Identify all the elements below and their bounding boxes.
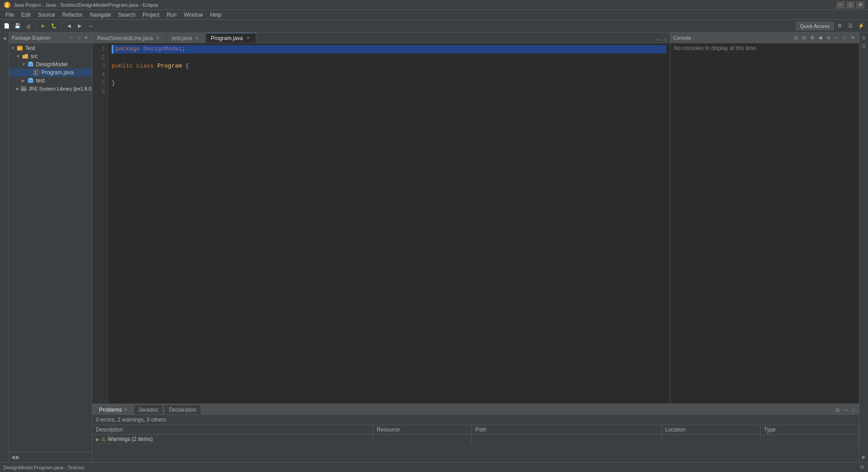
minimize-button[interactable]: ─ [836,1,845,9]
console-title: Console [673,35,691,41]
save-button[interactable]: 💾 [13,21,23,31]
tab-close-readselectedline[interactable]: ✕ [154,35,161,41]
toolbar-icon-1[interactable]: ⚙ [835,21,845,31]
tab-readselectedline[interactable]: ReadSelectedLine.java ✕ [92,33,166,43]
code-content[interactable]: package DesignModel; public class Progra… [108,43,670,404]
title-text: Java Project - Java - Test/src/DesignMod… [14,2,158,8]
content-area: ◀ Package Explorer ─ □ ✕ ▼ T Test [0,32,868,462]
package-explorer-tree: ▼ T Test ▼ src ▼ [9,43,92,452]
prob-type-warnings [760,435,859,444]
kw-public: public [112,62,136,70]
menu-search[interactable]: Search [115,11,139,19]
prob-resource-warnings [373,435,472,444]
editor-maximize-btn[interactable]: □ [662,36,668,43]
menu-run[interactable]: Run [163,11,180,19]
problems-rows: ▶ ⚠ Warnings (2 items) [92,435,859,462]
tree-item-src[interactable]: ▼ src [9,52,92,60]
line-num-6: 6 [92,88,108,96]
pe-nav-arrows: ◀ ▶ [11,454,90,460]
quick-access-button[interactable]: Quick Access [796,22,834,30]
bottom-minimize-btn[interactable]: ─ [842,406,849,413]
line-num-2: 2 [92,54,108,62]
run-button[interactable]: ▶ [38,21,48,31]
code-editor[interactable]: 1 2 3 4 5 6 package DesignModel; [92,43,670,404]
tab-problems-close[interactable]: ✕ [124,407,127,412]
new-button[interactable]: 📄 [2,21,12,31]
menu-source[interactable]: Source [34,11,59,19]
tab-testjava[interactable]: test.java ✕ [167,33,205,43]
tree-label-jre: JRE System Library [jre1.8.0_1... [28,86,92,91]
tab-programjava[interactable]: Program.java ✕ [206,33,256,43]
code-line-6 [112,88,666,96]
bottom-panel-controls: ⊡ ─ □ [834,406,857,414]
right-sidebar-btn-2[interactable]: ☰ [860,42,868,50]
pe-nav-left[interactable]: ◀ [11,454,15,460]
pe-minimize-btn[interactable]: ─ [68,35,75,41]
problem-row-warnings[interactable]: ▶ ⚠ Warnings (2 items) [92,435,859,444]
close-button[interactable]: ✕ [856,1,864,9]
tab-problems-label: Problems [99,407,122,413]
menu-refactor[interactable]: Refactor [59,11,86,19]
tree-item-test-pkg[interactable]: ▶ test [9,77,92,85]
code-line-2 [112,54,666,62]
tab-close-programjava[interactable]: ✕ [245,35,251,41]
print-button[interactable]: 🖨 [23,21,33,31]
bottom-panel: Problems ✕ Javadoc Declaration ⊡ ─ □ [92,404,859,462]
package-icon-test [27,77,34,84]
bottom-collapse-btn[interactable]: ⊡ [834,406,841,413]
left-sidebar-btn-1[interactable]: ◀ [1,34,8,41]
pe-nav-right[interactable]: ▶ [16,454,20,460]
line-numbers: 1 2 3 4 5 6 [92,43,108,404]
next-button[interactable]: → [86,21,95,31]
menu-window[interactable]: Window [180,11,207,19]
menu-bar: File Edit Source Refactor Navigate Searc… [0,10,868,20]
right-sidebar-btn-3[interactable]: ▶ [860,453,868,460]
status-settings-btn[interactable]: ⚙ [860,464,864,470]
tree-item-designmodel[interactable]: ▼ DesignModel [9,60,92,68]
java-file-icon: J [32,69,40,76]
tree-item-test[interactable]: ▼ T Test [9,44,92,52]
toolbar-icon-3[interactable]: ⚡ [856,21,866,31]
console-content: No consoles to display at this time. [670,43,859,404]
menu-navigate[interactable]: Navigate [86,11,114,19]
console-close[interactable]: ✕ [849,34,856,41]
class-program: Program [157,62,182,70]
bottom-tabs: Problems ✕ Javadoc Declaration ⊡ ─ □ [92,404,859,415]
console-btn-4[interactable]: ◀ [817,34,824,41]
line-num-3: 3 [92,62,108,71]
tree-arrow-test-pkg: ▶ [22,78,26,83]
console-message: No consoles to display at this time. [674,45,757,51]
forward-button[interactable]: ▶ [75,21,85,31]
console-btn-2[interactable]: ⊟ [800,34,808,41]
maximize-button[interactable]: □ [846,1,854,9]
editor-minimize-btn[interactable]: ─ [655,36,661,43]
tab-javadoc[interactable]: Javadoc [133,404,163,414]
back-button[interactable]: ◀ [64,21,74,31]
svg-text:J: J [5,3,8,8]
console-btn-5[interactable]: ⊘ [825,34,832,41]
tab-declaration[interactable]: Declaration [164,404,201,414]
pe-maximize-btn[interactable]: □ [76,35,82,41]
right-sidebar-btn-1[interactable]: ⚙ [860,34,868,41]
console-header-controls: ⊡ ⊟ ⊞ ◀ ⊘ ─ □ ✕ [792,34,856,41]
expand-warnings-icon[interactable]: ▶ [96,437,99,442]
menu-edit[interactable]: Edit [18,11,34,19]
menu-help[interactable]: Help [207,11,225,19]
menu-file[interactable]: File [2,11,18,19]
console-btn-3[interactable]: ⊞ [809,34,816,41]
tree-item-program-java[interactable]: ▶ J Program.java [9,68,92,77]
bottom-maximize-btn[interactable]: □ [850,406,857,413]
toolbar-icon-2[interactable]: ☰ [845,21,855,31]
console-minimize[interactable]: ─ [833,34,840,41]
kw-class: class [136,62,158,70]
brace-close: } [112,79,115,87]
tab-close-testjava[interactable]: ✕ [194,35,200,41]
console-maximize[interactable]: □ [841,34,848,41]
console-btn-1[interactable]: ⊡ [792,34,800,41]
debug-button[interactable]: 🐛 [49,21,59,31]
tab-problems[interactable]: Problems ✕ [94,404,132,414]
pe-close-btn[interactable]: ✕ [83,35,89,41]
menu-project[interactable]: Project [139,11,163,19]
tree-item-jre[interactable]: ▶ JRE JRE System Library [jre1.8.0_1... [9,85,92,93]
status-text: DesignModel.Program.java - Test/src [4,465,85,470]
